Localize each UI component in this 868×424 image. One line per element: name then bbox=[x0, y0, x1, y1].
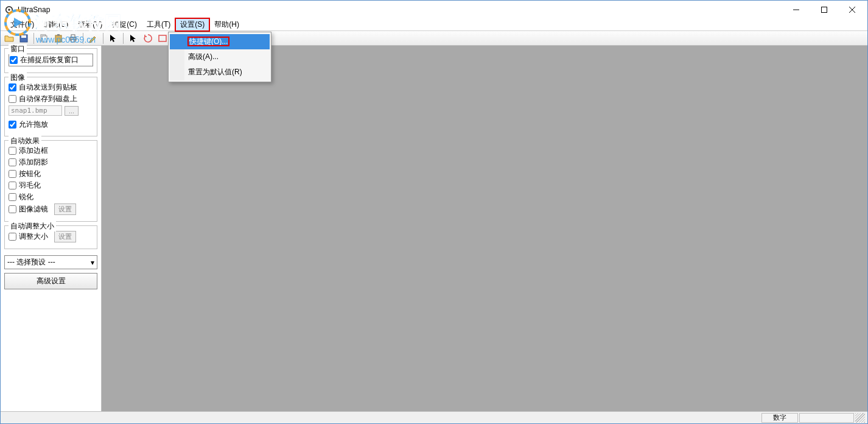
resize-row: 调整大小 设置 bbox=[9, 231, 93, 242]
image-legend: 图像 bbox=[9, 72, 27, 83]
sharpen-checkbox[interactable]: 锐化 bbox=[9, 192, 93, 202]
menu-help[interactable]: 帮助(H) bbox=[209, 18, 244, 31]
menu-bar: 文件(F) 编辑(E) 查看(V) 捕捉(C) 工具(T) 设置(S) 帮助(H… bbox=[1, 19, 867, 31]
resize-grip-icon[interactable] bbox=[855, 413, 865, 423]
status-bar: 数字 bbox=[1, 411, 867, 423]
svg-rect-14 bbox=[71, 40, 75, 42]
canvas-area bbox=[102, 46, 867, 411]
maximize-button[interactable] bbox=[810, 1, 838, 19]
status-empty bbox=[799, 413, 854, 423]
app-icon bbox=[4, 5, 14, 15]
filter-settings-button[interactable]: 设置 bbox=[54, 203, 76, 215]
side-panel: 窗口 在捕捉后恢复窗口 图像 自动发送到剪贴板 自动保存到磁盘上 ... bbox=[1, 46, 102, 411]
svg-point-1 bbox=[8, 9, 10, 11]
title-bar: UltraSnap bbox=[1, 1, 867, 19]
resize-group: 自动调整大小 调整大小 设置 bbox=[4, 225, 97, 249]
menu-hotkeys[interactable]: 快捷键(O)... bbox=[170, 34, 270, 49]
window-legend: 窗口 bbox=[9, 44, 27, 54]
menu-file[interactable]: 文件(F) bbox=[5, 18, 39, 31]
minimize-button[interactable] bbox=[782, 1, 810, 19]
dragdrop-checkbox[interactable]: 允许拖放 bbox=[9, 119, 93, 130]
close-button[interactable] bbox=[838, 1, 866, 19]
svg-rect-7 bbox=[21, 35, 26, 38]
effects-group: 自动效果 添加边框 添加阴影 按钮化 羽毛化 锐化 图像滤镜 设置 bbox=[4, 140, 97, 222]
toolbar bbox=[1, 31, 867, 46]
save-icon[interactable] bbox=[18, 32, 30, 44]
filename-input[interactable] bbox=[9, 105, 62, 116]
open-icon[interactable] bbox=[3, 32, 15, 44]
settings-dropdown-menu: 快捷键(O)... 高级(A)... 重置为默认值(R) bbox=[168, 32, 271, 82]
edit-icon[interactable] bbox=[87, 32, 99, 44]
menu-reset-defaults[interactable]: 重置为默认值(R) bbox=[170, 65, 270, 80]
preset-dropdown[interactable]: --- 选择预设 --- ▾ bbox=[4, 255, 97, 269]
filter-checkbox[interactable] bbox=[9, 205, 16, 213]
menu-edit[interactable]: 编辑(E) bbox=[39, 18, 73, 31]
svg-rect-13 bbox=[71, 35, 75, 37]
pointer-capture-icon[interactable] bbox=[127, 32, 139, 44]
restore-window-checkbox[interactable]: 在捕捉后恢复窗口 bbox=[9, 54, 93, 66]
advanced-settings-button[interactable]: 高级设置 bbox=[4, 273, 97, 289]
menu-advanced[interactable]: 高级(A)... bbox=[170, 49, 270, 65]
effects-legend: 自动效果 bbox=[9, 136, 41, 146]
feather-checkbox[interactable]: 羽毛化 bbox=[9, 180, 93, 191]
region-icon[interactable] bbox=[156, 32, 169, 44]
copy-icon[interactable] bbox=[38, 32, 50, 44]
svg-rect-9 bbox=[42, 36, 47, 42]
svg-rect-3 bbox=[822, 7, 827, 13]
filter-row: 图像滤镜 设置 bbox=[9, 203, 93, 215]
browse-button[interactable]: ... bbox=[65, 106, 79, 116]
menu-settings[interactable]: 设置(S) bbox=[175, 18, 209, 31]
paste-icon[interactable] bbox=[52, 32, 65, 44]
image-group: 图像 自动发送到剪贴板 自动保存到磁盘上 ... 允许拖放 bbox=[4, 77, 97, 136]
menu-capture[interactable]: 捕捉(C) bbox=[107, 18, 142, 31]
window-group: 窗口 在捕捉后恢复窗口 bbox=[4, 48, 97, 73]
menu-view[interactable]: 查看(V) bbox=[73, 18, 107, 31]
svg-rect-11 bbox=[57, 34, 60, 36]
disk-checkbox[interactable]: 自动保存到磁盘上 bbox=[9, 94, 93, 104]
cursor-icon[interactable] bbox=[107, 32, 119, 44]
svg-rect-10 bbox=[55, 35, 61, 42]
print-icon[interactable] bbox=[67, 32, 79, 44]
resize-legend: 自动调整大小 bbox=[9, 221, 56, 231]
svg-rect-15 bbox=[159, 35, 166, 41]
status-numlock: 数字 bbox=[761, 413, 798, 423]
clipboard-checkbox[interactable]: 自动发送到剪贴板 bbox=[9, 82, 93, 93]
menu-tools[interactable]: 工具(T) bbox=[142, 18, 175, 31]
resize-checkbox[interactable] bbox=[9, 233, 16, 241]
app-title: UltraSnap bbox=[18, 5, 50, 14]
shadow-checkbox[interactable]: 添加阴影 bbox=[9, 157, 93, 168]
border-checkbox[interactable]: 添加边框 bbox=[9, 146, 93, 156]
resize-settings-button[interactable]: 设置 bbox=[54, 231, 76, 242]
repeat-icon[interactable] bbox=[142, 32, 154, 44]
button-checkbox[interactable]: 按钮化 bbox=[9, 169, 93, 179]
chevron-down-icon: ▾ bbox=[91, 258, 94, 267]
